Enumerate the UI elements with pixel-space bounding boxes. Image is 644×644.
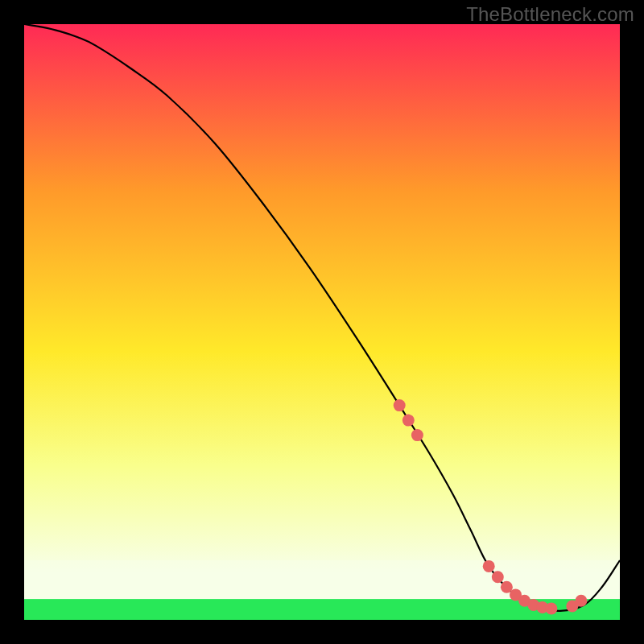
bottleneck-chart (0, 0, 644, 644)
highlight-dot (402, 415, 415, 427)
chart-frame: { "watermark": "TheBottleneck.com", "col… (0, 0, 644, 644)
gradient-plot-area (24, 24, 620, 620)
watermark-text: TheBottleneck.com (466, 3, 634, 26)
highlight-dot (483, 560, 495, 572)
highlight-dot (545, 602, 557, 614)
pale-band (24, 560, 620, 593)
highlight-dot (575, 595, 587, 607)
highlight-dot (492, 571, 504, 583)
highlight-dot (411, 429, 423, 441)
highlight-dot (394, 399, 406, 411)
